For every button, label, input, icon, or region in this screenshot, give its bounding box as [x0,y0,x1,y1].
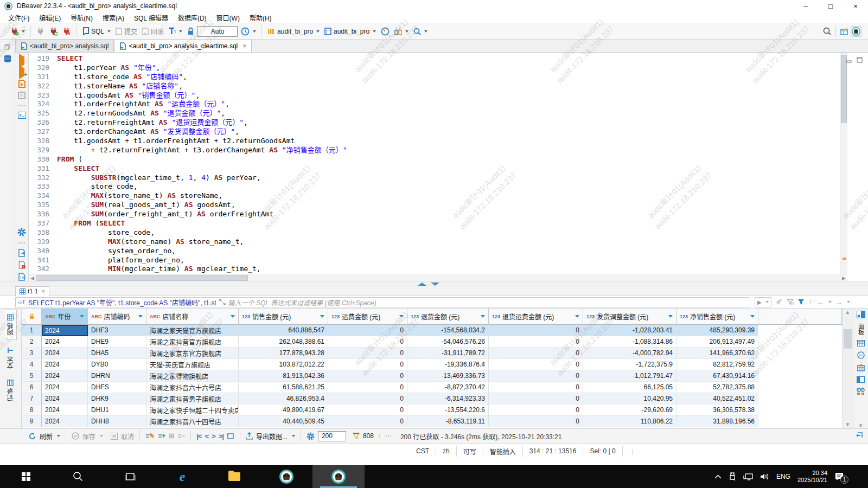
reconnect-button[interactable] [48,26,59,37]
grid-cell[interactable]: -13,469,336.73 [407,370,489,382]
grid-cell[interactable]: 0 [328,336,407,348]
editor-results-sash[interactable] [0,281,868,286]
code-line[interactable]: 327 t3.orderChangeAmt AS "发货调整金额（元）", [29,127,840,137]
row-number[interactable]: 7 [22,393,42,404]
grid-cell[interactable]: 49,890,419.67 [239,404,328,416]
usb-icon[interactable] [729,472,736,481]
delete-row-icon[interactable]: ≡− [177,432,185,440]
close-results-tab-icon[interactable]: × [41,288,45,294]
commit-mode-select[interactable]: Auto [197,26,238,37]
export-data-button[interactable]: 导出数据... [256,432,288,441]
grid-cell[interactable]: 640,886,547 [239,325,328,336]
grid-cell[interactable]: -6,314,923.33 [407,393,489,404]
results-view-tab-2[interactable]: 记录 [5,376,16,405]
grid-cell[interactable]: 0 [328,404,407,416]
grid-settings-gear-icon[interactable] [307,432,315,440]
grid-cell[interactable]: 2024 [42,348,88,359]
filter-input[interactable]: ‹›T SELECT t1.perYear AS "年份", t1.store_… [15,297,750,307]
database-select[interactable]: audit_bi_pro [266,27,321,36]
grid-cell[interactable]: 67,430,914.16 [676,370,758,382]
lock-icon[interactable] [186,26,196,36]
code-line[interactable]: 334 MAX(store_name_t) AS storeName, [29,191,840,201]
dbeaver-taskbar-icon[interactable] [260,465,312,488]
column-menu-icon[interactable] [399,315,404,318]
menu-item-2[interactable]: 导航(N) [66,12,98,23]
grid-cell[interactable]: 66,125.05 [583,382,676,393]
menu-item-1[interactable]: 编辑(E) [34,12,66,23]
volume-icon[interactable] [760,473,769,480]
code-line[interactable]: 333 store_code, [29,182,840,191]
grid-cell[interactable]: 141,966,370.62 [676,348,758,359]
rollback-button[interactable]: 回滚 [141,25,165,37]
dbeaver-perspective-icon[interactable] [851,26,861,37]
grid-cell[interactable]: 0 [489,370,583,382]
rail-scroll-down-icon[interactable]: ▼ [858,423,863,428]
grid-cell[interactable]: 海澜之家京东官方旗舰店 [146,348,239,359]
grid-cell[interactable]: 103,872,012.22 [239,359,328,370]
previous-row-icon[interactable]: < [205,432,208,440]
apply-filter-combo[interactable]: ▶ [755,297,771,307]
calc-panel-icon[interactable] [857,364,865,371]
results-tab[interactable]: t1 1 × [15,286,49,296]
code-line[interactable]: 336 SUM(order_freight_amt_t) AS orderFre… [29,210,840,219]
menu-item-3[interactable]: 搜索(A) [98,12,129,23]
grid-cell[interactable]: 36,306,578.38 [676,404,758,416]
code-line[interactable]: 340 system_order_no, [29,247,840,256]
filter-history-forward-icon[interactable]: → [835,298,842,306]
overflow-icon[interactable]: ⋯ [385,432,392,440]
column-header-3[interactable]: 123销售金额 (元) [239,309,328,325]
file-explorer-icon[interactable] [208,465,260,488]
grid-cell[interactable]: 52,782,375.88 [676,382,758,393]
layout-panel-icon[interactable] [857,376,865,383]
panels-icon[interactable] [857,311,865,318]
grid-cell[interactable]: DHFS [88,382,146,393]
close-button[interactable]: × [843,0,868,12]
grid-cell[interactable]: 2024 [42,393,88,404]
code-line[interactable]: 331 SELECT [29,164,840,174]
grid-cell[interactable]: -31,911,789.72 [407,348,489,359]
maximize-results-icon[interactable] [431,282,439,286]
notification-center-icon[interactable]: 1 [834,472,845,481]
grid-vertical-scrollbar[interactable]: ▲ ▼ [842,309,853,428]
column-header-4[interactable]: 123运费金额 (元) [328,309,407,325]
grid-cell[interactable]: 海澜之家天猫官方旗舰店 [146,325,239,336]
column-header-0[interactable]: ABC年份 [42,309,88,325]
grid-cell[interactable]: 0 [489,336,583,348]
column-menu-icon[interactable] [575,315,579,318]
menu-item-0[interactable]: 文件(F) [3,12,34,23]
grid-cell[interactable]: 0 [328,382,407,393]
code-line[interactable]: 335 SUM(real_goods_amt_t) AS goodsAmt, [29,201,840,210]
editor-tab-1[interactable]: <audit_bi_pro> analysis_cleartime.sql× [114,39,252,52]
row-number[interactable]: 1 [22,325,42,336]
menu-item-4[interactable]: SQL 编辑器 [129,12,173,23]
maximize-view-icon[interactable] [857,57,863,63]
commit-button[interactable]: 提交 [114,25,139,37]
row-number[interactable]: 6 [22,382,42,393]
editor-settings-gear-icon[interactable] [17,228,26,236]
close-tab-icon[interactable]: × [242,42,246,50]
restore-panel-icon[interactable] [856,432,863,440]
grid-cell[interactable]: 0 [489,325,583,336]
internet-explorer-icon[interactable]: e [156,465,208,488]
row-number[interactable]: 8 [22,404,42,416]
editor-vertical-scrollbar[interactable] [840,53,847,274]
code-line[interactable]: 328 t1.goodsAmt + t1.orderFreightAmt + t… [29,137,840,146]
grid-cell[interactable]: DHF3 [88,325,146,336]
grid-corner-cell[interactable] [22,309,42,325]
taskbar-clock[interactable]: 20:342025/10/21 [797,470,827,484]
column-menu-icon[interactable] [750,315,755,318]
grid-cell[interactable]: 0 [489,404,583,416]
grid-cell[interactable]: 0 [328,348,407,359]
grid-cell[interactable]: 2024 [42,336,88,348]
row-number[interactable]: 3 [22,348,42,359]
column-menu-icon[interactable] [481,315,485,318]
filter-history-back-icon[interactable]: ← [817,298,824,306]
row-number[interactable]: 5 [22,370,42,382]
grid-cell[interactable]: 2024 [42,416,88,427]
column-header-5[interactable]: 123退货金额 (元) [407,309,489,325]
code-line[interactable]: 322 t1.storeName AS "店铺名称", [29,82,840,91]
start-button[interactable] [0,465,52,488]
grid-cell[interactable]: 天猫-英氏官方旗舰店 [146,359,239,370]
execute-new-tab-icon[interactable]: + [19,68,24,76]
code-line[interactable]: 320 t1.perYear AS "年份", [29,63,840,73]
